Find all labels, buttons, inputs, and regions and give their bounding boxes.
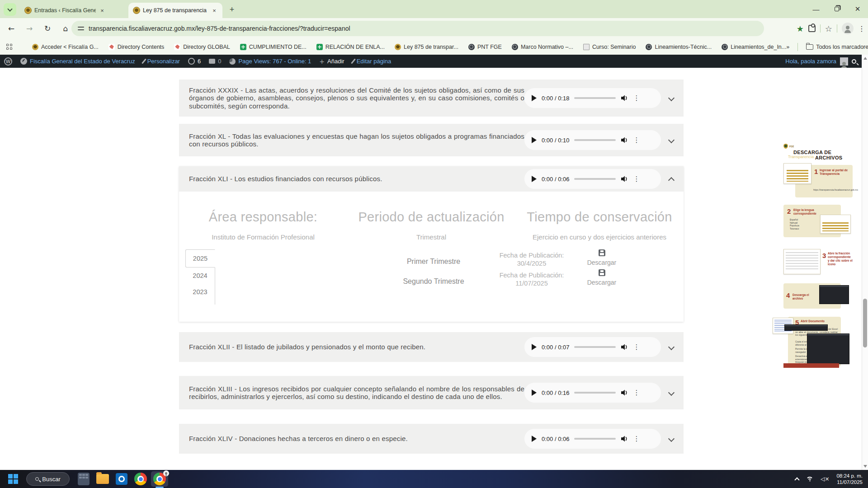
close-tab-icon[interactable]: × [211, 7, 218, 14]
all-bookmarks-button[interactable]: Todos los marcadores [806, 44, 868, 50]
bookmarks-extension-icon[interactable]: ☆ [825, 24, 832, 33]
accordion-fraccion-xl[interactable]: Fracción XL - Todas las evaluaciones y e… [179, 124, 684, 156]
address-bar[interactable]: transparencia.fiscaliaveracruz.gob.mx/le… [71, 21, 764, 36]
close-tab-icon[interactable]: × [99, 7, 106, 14]
new-tab-button[interactable]: + [227, 5, 237, 14]
comments-menu[interactable]: 0 [205, 55, 225, 68]
bookmark-item[interactable]: Curso: Seminario [583, 44, 636, 50]
scroll-up-icon[interactable] [863, 57, 867, 60]
restore-button[interactable] [826, 0, 847, 18]
play-icon[interactable] [532, 137, 537, 143]
accordion-fraccion-xli[interactable]: Fracción XLI - Los estudios financiados … [179, 166, 684, 192]
scroll-down-icon[interactable] [863, 465, 867, 468]
start-button[interactable] [5, 471, 22, 487]
audio-progress-bar[interactable] [574, 178, 616, 180]
wifi-icon[interactable] [806, 477, 813, 481]
file-explorer-app[interactable] [94, 471, 111, 487]
audio-progress-bar[interactable] [574, 438, 616, 440]
audio-menu-icon[interactable]: ⋮ [633, 94, 640, 102]
site-settings-icon[interactable] [78, 26, 84, 31]
audio-player[interactable]: 0:00 / 0:18 ⋮ [524, 88, 661, 108]
accordion-fraccion-xliii[interactable]: Fracción XLIII - Los ingresos recibidos … [179, 376, 684, 409]
audio-progress-bar[interactable] [574, 97, 616, 99]
year-tab-2025[interactable]: 2025 [185, 249, 215, 267]
volume-icon[interactable] [621, 175, 628, 183]
forward-button[interactable]: → [23, 22, 36, 35]
volume-icon[interactable] [621, 435, 628, 442]
outlook-app[interactable] [113, 471, 130, 487]
chrome-app-active[interactable] [151, 471, 168, 487]
play-icon[interactable] [532, 176, 537, 182]
year-tab-2023[interactable]: 2023 [185, 284, 215, 300]
clock[interactable]: 08:24 p. m. 11/07/2025 [836, 473, 863, 485]
bookmark-item[interactable]: Directory GLOBAL [174, 44, 230, 50]
extensions-icon[interactable] [808, 25, 816, 32]
chevron-down-icon[interactable] [668, 95, 675, 101]
audio-progress-bar[interactable] [574, 392, 616, 394]
play-icon[interactable] [532, 95, 537, 101]
volume-icon[interactable] [621, 136, 628, 144]
site-name-menu[interactable]: Fiscalía General del Estado de Veracruz [16, 55, 139, 68]
tab-entradas[interactable]: Entradas ‹ Fiscalía General del E × [20, 3, 110, 18]
volume-icon[interactable] [621, 389, 628, 396]
home-button[interactable]: ⌂ [59, 22, 72, 35]
browser-menu-icon[interactable]: ⋮ [858, 24, 865, 33]
accordion-fraccion-xxxix[interactable]: Fracción XXXIX - Las actas, acuerdos y r… [179, 80, 684, 117]
volume-icon[interactable] [621, 94, 628, 102]
volume-icon[interactable] [621, 343, 628, 351]
tray-chevron-up-icon[interactable] [794, 477, 799, 482]
calculator-app[interactable] [75, 471, 92, 487]
customize-menu[interactable]: Personalizar [139, 55, 184, 68]
bookmarks-overflow-button[interactable]: » [786, 44, 789, 50]
chevron-up-icon[interactable] [668, 177, 675, 183]
accordion-fraccion-xlii[interactable]: Fracción XLII - El listado de jubilados … [179, 332, 684, 362]
tab-ley-875[interactable]: Ley 875 de transparencia fracci × [128, 3, 222, 18]
download-button[interactable]: Descargar [577, 249, 627, 266]
bookmark-item[interactable]: Lineamientos-Técnic... [646, 44, 712, 50]
audio-progress-bar[interactable] [574, 346, 616, 348]
audio-player[interactable]: 0:00 / 0:06 ⋮ [524, 169, 661, 189]
audio-progress-bar[interactable] [574, 139, 616, 141]
admin-search-icon[interactable] [852, 59, 856, 64]
back-button[interactable]: ← [5, 22, 18, 35]
chevron-down-icon[interactable] [668, 389, 675, 396]
bookmark-item[interactable]: PNT FGE [468, 44, 502, 50]
bookmark-item[interactable]: Directory Contents [108, 44, 165, 50]
bookmark-item[interactable]: Marco Normativo –... [512, 44, 573, 50]
audio-menu-icon[interactable]: ⋮ [633, 389, 640, 397]
audio-menu-icon[interactable]: ⋮ [633, 175, 640, 183]
page-scrollbar[interactable] [862, 55, 868, 470]
user-avatar[interactable] [840, 57, 848, 66]
accordion-fraccion-xliv[interactable]: Fracción XLIV - Donaciones hechas a terc… [179, 424, 684, 454]
reload-button[interactable]: ↻ [41, 22, 54, 35]
updates-menu[interactable]: 6 [184, 55, 205, 68]
add-new-menu[interactable]: +Añadir [315, 55, 348, 68]
bookmark-star-icon[interactable]: ★ [797, 24, 804, 33]
play-icon[interactable] [532, 436, 537, 442]
year-tab-2024[interactable]: 2024 [185, 267, 215, 284]
play-icon[interactable] [532, 389, 537, 396]
chevron-down-icon[interactable] [668, 137, 675, 143]
apps-grid-icon[interactable] [6, 44, 12, 50]
taskbar-search[interactable]: Buscar [26, 472, 70, 486]
bookmark-item[interactable]: Acceder < Fiscalía G... [32, 44, 99, 50]
chevron-down-icon[interactable] [668, 436, 675, 442]
chevron-down-icon[interactable] [668, 344, 675, 350]
download-button[interactable]: Descargar [577, 269, 627, 286]
bookmark-item[interactable]: RELACIÓN DE ENLA... [316, 44, 385, 50]
profile-avatar[interactable] [842, 23, 854, 34]
bookmark-item[interactable]: Ley 875 de transpar... [395, 44, 458, 50]
tab-search-button[interactable] [4, 3, 16, 16]
page-views-menu[interactable]: Page Views: 767 - Online: 1 [225, 55, 315, 68]
account-greeting[interactable]: Hola, paola zamora [785, 58, 836, 65]
scrollbar-thumb[interactable] [863, 299, 867, 347]
volume-muted-icon[interactable]: ◁× [821, 476, 829, 482]
audio-player[interactable]: 0:00 / 0:07 ⋮ [524, 337, 661, 357]
audio-player[interactable]: 0:00 / 0:06 ⋮ [524, 429, 661, 449]
bookmark-item[interactable]: CUMPLIMIENTO DE... [240, 44, 307, 50]
audio-menu-icon[interactable]: ⋮ [633, 343, 640, 351]
minimize-button[interactable]: — [806, 0, 826, 18]
play-icon[interactable] [532, 344, 537, 350]
audio-menu-icon[interactable]: ⋮ [633, 136, 640, 144]
audio-player[interactable]: 0:00 / 0:16 ⋮ [524, 383, 661, 403]
